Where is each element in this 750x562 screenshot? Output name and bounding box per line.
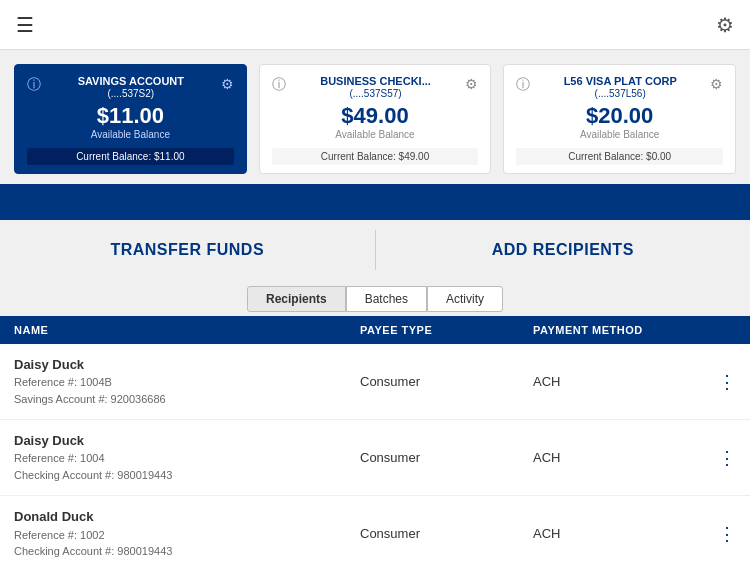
row-detail: Reference #: 1002 [14,527,360,544]
account-name: SAVINGS ACCOUNT(....537S2) [41,75,221,99]
account-current-bar: Current Balance: $49.00 [272,148,479,165]
account-info-icon[interactable]: ⓘ [27,76,41,94]
table-row: Daisy DuckReference #: 1004BSavings Acco… [0,344,750,420]
tab-batches[interactable]: Batches [346,286,427,312]
blue-divider [0,184,750,220]
row-context-menu-icon[interactable]: ⋮ [706,371,736,393]
row-context-menu-icon[interactable]: ⋮ [706,447,736,469]
account-info-icon[interactable]: ⓘ [272,76,286,94]
table-col-actions [706,324,736,336]
account-name: BUSINESS CHECKI...(....537S57) [286,75,466,99]
row-name: Daisy Duck [14,356,360,374]
row-detail: Savings Account #: 920036686 [14,391,360,408]
row-detail: Reference #: 1004 [14,450,360,467]
account-gear-icon[interactable]: ⚙ [710,76,723,92]
account-card-visa[interactable]: ⓘ L56 VISA PLAT CORP(....537L56) ⚙ $20.0… [503,64,736,174]
account-card-savings[interactable]: ⓘ SAVINGS ACCOUNT(....537S2) ⚙ $11.00 Av… [14,64,247,174]
row-detail: Reference #: 1004B [14,374,360,391]
account-balance-label: Available Balance [27,129,234,140]
table-col-PAYMENT METHOD: PAYMENT METHOD [533,324,706,336]
row-name: Donald Duck [14,508,360,526]
account-gear-icon[interactable]: ⚙ [465,76,478,92]
account-balance-label: Available Balance [272,129,479,140]
row-payment-method: ACH [533,374,706,389]
row-payee-type: Consumer [360,526,533,541]
settings-gear-icon[interactable]: ⚙ [716,13,734,37]
row-payment-method: ACH [533,450,706,465]
account-balance-label: Available Balance [516,129,723,140]
tab-row: RecipientsBatchesActivity [0,280,750,316]
account-name: L56 VISA PLAT CORP(....537L56) [530,75,710,99]
account-info-icon[interactable]: ⓘ [516,76,530,94]
table-row: Donald DuckReference #: 1002Checking Acc… [0,496,750,562]
action-row: TRANSFER FUNDS ADD RECIPIENTS [0,220,750,280]
row-name-cell: Daisy DuckReference #: 1004BSavings Acco… [14,356,360,407]
account-balance: $49.00 [272,103,479,129]
row-detail: Checking Account #: 980019443 [14,467,360,484]
table-col-PAYEE TYPE: PAYEE TYPE [360,324,533,336]
table-body: Daisy DuckReference #: 1004BSavings Acco… [0,344,750,562]
add-recipients-button[interactable]: ADD RECIPIENTS [376,220,751,280]
account-current-bar: Current Balance: $11.00 [27,148,234,165]
header: ☰ ⚙ [0,0,750,50]
row-name: Daisy Duck [14,432,360,450]
row-payment-method: ACH [533,526,706,541]
transfer-funds-button[interactable]: TRANSFER FUNDS [0,220,375,280]
row-context-menu-icon[interactable]: ⋮ [706,523,736,545]
row-payee-type: Consumer [360,450,533,465]
row-name-cell: Daisy DuckReference #: 1004Checking Acco… [14,432,360,483]
row-detail: Checking Account #: 980019443 [14,543,360,560]
row-name-cell: Donald DuckReference #: 1002Checking Acc… [14,508,360,559]
table-row: Daisy DuckReference #: 1004Checking Acco… [0,420,750,496]
table-header: NAMEPAYEE TYPEPAYMENT METHOD [0,316,750,344]
account-balance: $20.00 [516,103,723,129]
account-gear-icon[interactable]: ⚙ [221,76,234,92]
hamburger-menu-icon[interactable]: ☰ [16,13,34,37]
account-card-business[interactable]: ⓘ BUSINESS CHECKI...(....537S57) ⚙ $49.0… [259,64,492,174]
tab-recipients[interactable]: Recipients [247,286,346,312]
row-payee-type: Consumer [360,374,533,389]
account-balance: $11.00 [27,103,234,129]
tab-activity[interactable]: Activity [427,286,503,312]
account-current-bar: Current Balance: $0.00 [516,148,723,165]
accounts-row: ⓘ SAVINGS ACCOUNT(....537S2) ⚙ $11.00 Av… [0,50,750,184]
table-col-NAME: NAME [14,324,360,336]
